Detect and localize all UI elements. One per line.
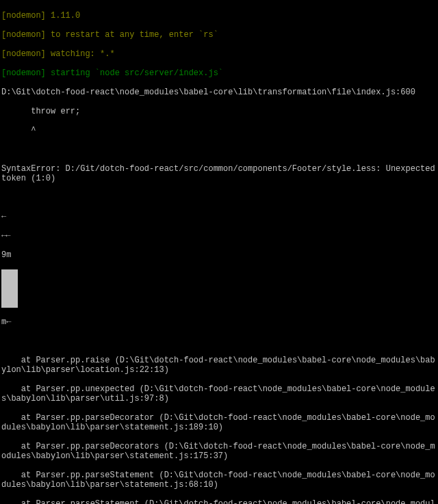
stack-line: at Parser.pp.parseStatement (D:\Git\dotc… (1, 470, 437, 490)
stack-line: at Parser.pp.parseDecorator (D:\Git\dotc… (1, 413, 437, 432)
nodemon-tag: [nodemon] (1, 11, 46, 21)
nodemon-watching-line: [nodemon] watching: *.* (1, 49, 437, 59)
nodemon-restart-line: [nodemon] to restart at any time, enter … (1, 30, 437, 40)
caret-line: ^ (1, 126, 437, 135)
nodemon-starting-line: [nodemon] starting `node src/server/inde… (1, 68, 437, 78)
stack-line: at Parser.pp.unexpected (D:\Git\dotch-fo… (1, 384, 437, 403)
syntax-error-line: SyntaxError: D:/Git/dotch-food-react/src… (1, 164, 437, 183)
selection-block (1, 269, 18, 308)
blank-line (1, 336, 437, 346)
escape-9m-line: 9m (1, 250, 437, 260)
blank-line (1, 193, 437, 202)
nodemon-version-line: [nodemon] 1.11.0 (1, 11, 437, 21)
terminal-output[interactable]: [nodemon] 1.11.0 [nodemon] to restart at… (0, 0, 438, 504)
escape-arrow-1: ← (1, 212, 437, 222)
stack-line: at Parser.pp.parseDecorators (D:\Git\dot… (1, 442, 437, 461)
stack-line: at Parser.pp.raise (D:\Git\dotch-food-re… (1, 356, 437, 375)
throw-line: throw err; (1, 107, 437, 116)
escape-arrow-2: ←← (1, 231, 437, 241)
escape-m-line: m← (1, 317, 437, 327)
stack-line: at Parser.parseStatement (D:\Git\dotch-f… (1, 499, 437, 504)
selection-block-line (1, 269, 437, 308)
error-location-line: D:\Git\dotch-food-react\node_modules\bab… (1, 88, 437, 97)
blank-line (1, 145, 437, 155)
